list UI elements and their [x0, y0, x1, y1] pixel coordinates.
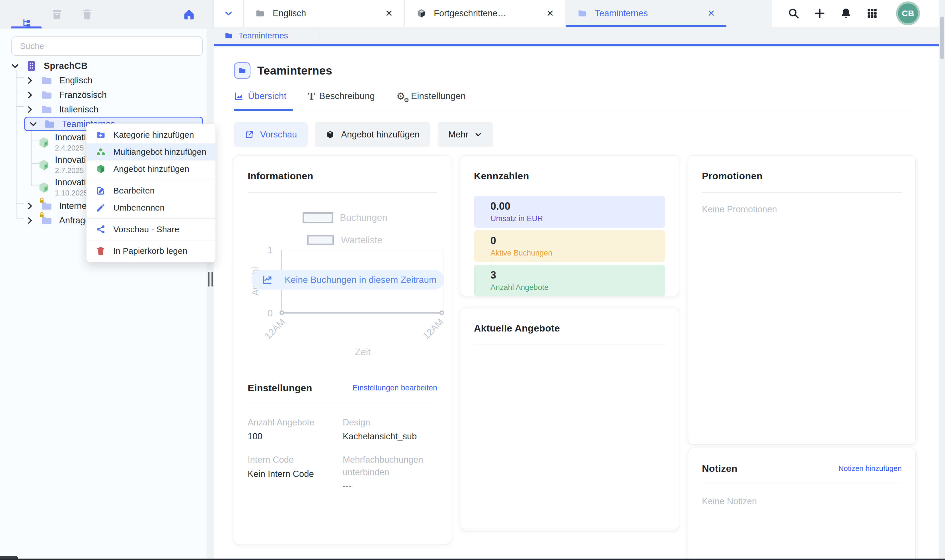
- tab-einstellungen[interactable]: ⚙⚙ Einstellungen: [397, 91, 466, 101]
- page-content: Teaminternes Übersicht T Beschreibung ⚙⚙…: [214, 46, 945, 560]
- window-scrollbar[interactable]: [939, 0, 945, 560]
- menu-item-rename[interactable]: Umbenennen: [86, 199, 215, 216]
- tree-item-englisch[interactable]: Englisch: [0, 73, 214, 88]
- kpi-label: Umsatz in EUR: [491, 214, 665, 223]
- more-button[interactable]: Mehr: [437, 122, 493, 147]
- topbar-actions: CB: [772, 0, 945, 27]
- tab-label: Übersicht: [248, 91, 286, 101]
- tree-item-franzoesisch[interactable]: Französisch: [0, 88, 214, 102]
- scrollbar-thumb[interactable]: [940, 17, 944, 59]
- share-icon: [95, 224, 106, 234]
- sidebar-mode-indicator: [11, 26, 42, 28]
- divider: [702, 483, 902, 483]
- archive-icon[interactable]: [51, 8, 63, 20]
- preview-button[interactable]: Vorschau: [234, 122, 308, 147]
- page-tabs-underline: [234, 109, 917, 111]
- close-icon[interactable]: ✕: [546, 8, 554, 19]
- card-kennzahlen: Kennzahlen 0.00 Umsatz in EUR 0 Aktive B…: [460, 155, 679, 296]
- tab-fortgeschrittene[interactable]: Fortgeschrittene… ✕: [405, 0, 566, 27]
- edit-settings-link[interactable]: Einstellungen bearbeiten: [352, 383, 437, 392]
- folder-icon: [238, 66, 246, 75]
- menu-item-label: Kategorie hinzufügen: [113, 130, 194, 140]
- offer-cube-icon: [37, 158, 50, 172]
- tree-item-italienisch[interactable]: Italienisch: [0, 102, 214, 117]
- tree-item-root[interactable]: SprachCB: [0, 58, 214, 73]
- apps-grid-icon[interactable]: [866, 8, 878, 19]
- home-icon[interactable]: [183, 8, 195, 20]
- chevron-right-icon[interactable]: [25, 105, 35, 114]
- card-title: Promotionen: [702, 171, 902, 182]
- cube-icon: [95, 164, 106, 174]
- menu-item-label: Bearbeiten: [113, 186, 155, 195]
- menu-item-add-multi-offer[interactable]: Multiangebot hinzufügen: [86, 143, 215, 160]
- bell-icon[interactable]: [840, 8, 852, 19]
- tab-label: Einstellungen: [411, 91, 466, 101]
- tabstrip-dropdown[interactable]: [214, 0, 244, 27]
- folder-icon: [224, 31, 233, 40]
- menu-item-label: Multiangebot hinzufügen: [113, 147, 206, 157]
- chevron-down-icon[interactable]: [10, 61, 20, 71]
- tab-label: Englisch: [273, 8, 306, 18]
- empty-chart-message: Keine Buchungen in diesem Zeitraum: [252, 270, 444, 290]
- menu-item-label: Angebot hinzufügen: [113, 164, 189, 174]
- tab-teaminternes-active[interactable]: Teaminternes ✕: [566, 0, 727, 27]
- tab-beschreibung[interactable]: T Beschreibung: [308, 91, 375, 101]
- window-bottom-edge: [0, 558, 945, 560]
- kpi-label: Aktive Buchungen: [491, 249, 665, 257]
- card-title: Aktuelle Angebote: [474, 323, 665, 334]
- search-input[interactable]: [11, 37, 203, 56]
- folder-icon: [40, 74, 53, 87]
- menu-item-label: Umbenennen: [113, 203, 165, 212]
- legend-label[interactable]: Warteliste: [341, 235, 382, 246]
- legend-label[interactable]: Buchungen: [340, 212, 387, 223]
- close-icon[interactable]: ✕: [707, 8, 715, 19]
- trash-icon[interactable]: [81, 8, 93, 20]
- data-point: [440, 311, 444, 315]
- context-menu: Kategorie hinzufügen Multiangebot hinzuf…: [86, 123, 216, 262]
- menu-item-move-to-trash[interactable]: In Papierkorb legen: [86, 242, 215, 260]
- chevron-down-icon[interactable]: [28, 119, 38, 129]
- divider: [248, 192, 437, 193]
- menu-item-edit[interactable]: Bearbeiten: [86, 182, 215, 199]
- setting-label: Design: [343, 416, 437, 429]
- add-offer-button[interactable]: Angebot hinzufügen: [315, 122, 430, 147]
- breadcrumb[interactable]: Teaminternes: [214, 27, 319, 44]
- sidebar-resizer[interactable]: [207, 28, 214, 560]
- app-window: SprachCB Englisch Französisch Italienisc…: [0, 0, 945, 560]
- settings-title: Einstellungen: [248, 382, 312, 394]
- search-icon[interactable]: [788, 8, 800, 19]
- settings-grid: Anzahl Angebote 100 Design Kachelansicht…: [248, 416, 437, 491]
- chart-icon: [234, 91, 244, 101]
- chevron-right-icon[interactable]: [25, 90, 35, 100]
- accent-bar: [214, 44, 945, 46]
- plus-icon[interactable]: [814, 8, 826, 19]
- tab-uebersicht[interactable]: Übersicht: [234, 91, 286, 101]
- sidebar-search-wrap: [0, 28, 214, 56]
- y-axis-tick: 0: [259, 308, 273, 319]
- menu-item-add-category[interactable]: Kategorie hinzufügen: [86, 126, 215, 143]
- chevron-right-icon[interactable]: [25, 76, 35, 85]
- dashboard-cards: Informationen Buchungen Warteliste 1 0: [234, 155, 945, 560]
- legend-swatch-buchungen: [303, 212, 333, 223]
- text-icon: T: [308, 91, 315, 101]
- add-notes-link[interactable]: Notizen hinzufügen: [838, 464, 902, 473]
- setting-field: Mehrfachbuchungen unterbinden ---: [343, 454, 437, 491]
- menu-divider: [86, 218, 215, 219]
- setting-value: Kein Intern Code: [248, 469, 343, 479]
- button-label: Angebot hinzufügen: [341, 129, 420, 140]
- resize-handle-icon[interactable]: [208, 272, 213, 286]
- chevron-right-icon[interactable]: [25, 201, 35, 211]
- tab-englisch[interactable]: Englisch ✕: [244, 0, 405, 27]
- avatar[interactable]: CB: [896, 2, 920, 25]
- x-axis-label: Zeit: [282, 346, 444, 357]
- card-title: Informationen: [248, 171, 437, 182]
- chevron-right-icon[interactable]: [25, 216, 35, 225]
- menu-item-preview-share[interactable]: Vorschau - Share: [86, 221, 215, 238]
- menu-item-label: Vorschau - Share: [113, 225, 179, 234]
- card-notizen: Notizen Notizen hinzufügen Keine Notizen: [688, 448, 916, 560]
- menu-item-add-offer[interactable]: Angebot hinzufügen: [86, 160, 215, 178]
- folder-icon: [40, 103, 53, 116]
- close-icon[interactable]: ✕: [385, 8, 393, 19]
- page-header: Teaminternes: [234, 62, 945, 79]
- category-icon-box: [234, 62, 251, 79]
